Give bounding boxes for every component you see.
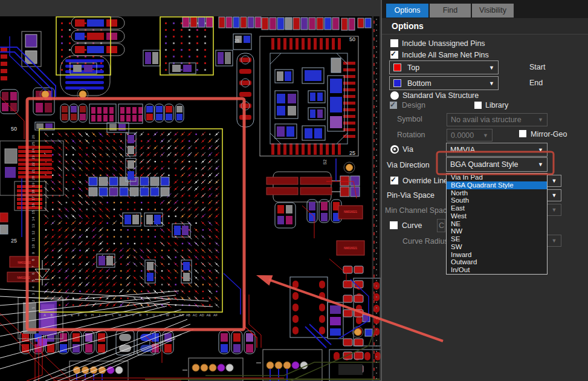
mirror-geo-label: Mirror-Geo: [531, 130, 567, 138]
svg-text:H: H: [91, 313, 94, 317]
via-radio[interactable]: [390, 145, 399, 154]
chevron-down-icon: ▼: [483, 132, 488, 138]
include-unassigned-pins-label: Include Unassigned Pins: [402, 39, 485, 48]
via-direction-dropdown[interactable]: BGA Quadrant Style ▼: [446, 157, 548, 172]
check-icon: ✓: [390, 100, 396, 109]
chevron-down-icon: ▼: [538, 147, 543, 153]
svg-text:Y: Y: [173, 313, 176, 317]
svg-text:26: 26: [31, 135, 35, 139]
svg-text:AF: AF: [213, 313, 218, 317]
via-dropdown[interactable]: MMVIA ▼: [446, 143, 548, 157]
check-icon: ✓: [390, 175, 396, 184]
pin-via-space-dropdown-arrow[interactable]: ▼: [547, 189, 561, 201]
start-layer-dropdown[interactable]: Top ▼: [389, 60, 499, 74]
svg-text:NM016021: NM016021: [344, 247, 358, 250]
svg-text:D: D: [64, 313, 66, 317]
chevron-down-icon: ▼: [538, 161, 543, 168]
rotation-label: Rotation: [397, 131, 425, 139]
min-channel-space-dropdown-arrow[interactable]: ▼: [547, 204, 561, 216]
end-label: End: [529, 79, 543, 87]
svg-text:AB: AB: [186, 313, 191, 317]
chevron-down-icon: ▼: [538, 117, 543, 123]
design-label: Design: [402, 101, 425, 109]
dropdown-item[interactable]: South: [447, 197, 547, 204]
svg-text:V: V: [160, 313, 162, 317]
svg-text:K: K: [105, 313, 108, 317]
dropdown-item[interactable]: Via In Pad: [447, 174, 547, 181]
chevron-down-icon: ▼: [552, 192, 557, 198]
tab-options[interactable]: Options: [386, 4, 428, 18]
via-direction-dropdown-list: Via In PadBGA Quadrant StyleNorthSouthEa…: [446, 173, 548, 275]
chevron-down-icon: ▼: [552, 207, 557, 213]
standard-via-structure-radio[interactable]: [390, 91, 399, 100]
curve-radius-label: Curve Radius: [402, 237, 448, 246]
svg-text:50: 50: [349, 36, 355, 42]
dropdown-item[interactable]: NW: [447, 227, 547, 235]
chevron-down-icon: ▼: [552, 238, 557, 244]
dropdown-item[interactable]: NE: [447, 220, 547, 228]
svg-text:12: 12: [31, 230, 35, 235]
svg-text:14: 14: [31, 217, 35, 221]
dropdown-item[interactable]: North: [447, 189, 547, 197]
svg-text:25: 25: [31, 142, 35, 146]
panel-header: Options: [382, 18, 588, 34]
dropdown-item[interactable]: Inward: [447, 251, 547, 259]
mirror-geo-checkbox[interactable]: [519, 130, 526, 137]
start-layer-color-swatch: [393, 63, 401, 71]
svg-text:25: 25: [349, 150, 355, 156]
dropdown-item[interactable]: In/Out: [447, 266, 547, 274]
svg-text:L: L: [112, 313, 114, 317]
library-label: Library: [485, 101, 508, 109]
symbol-label: Symbol: [397, 115, 422, 123]
svg-text:22: 22: [31, 162, 35, 166]
curve-label: Curve: [402, 221, 422, 230]
curve-fragment-text: C: [439, 221, 444, 230]
svg-text:C: C: [57, 313, 60, 317]
end-layer-dropdown[interactable]: Bottom ▼: [389, 76, 499, 90]
dropdown-item[interactable]: SE: [447, 235, 547, 243]
dropdown-item[interactable]: SW: [447, 243, 547, 251]
svg-text:50: 50: [11, 126, 17, 132]
options-panel: Options Find Visibility Options Include …: [381, 0, 588, 381]
chevron-down-icon: ▼: [489, 65, 494, 71]
svg-text:NM016021: NM016021: [344, 210, 358, 213]
svg-text:NM011602: NM011602: [18, 261, 31, 264]
end-layer-color-swatch: [393, 79, 401, 87]
pcb-canvas[interactable]: 5025502525S2NM011602NM011602NM016021NM01…: [0, 0, 381, 381]
svg-text:19: 19: [31, 183, 35, 187]
svg-text:A: A: [44, 313, 46, 317]
library-checkbox[interactable]: [474, 102, 482, 109]
svg-text:16: 16: [31, 203, 35, 207]
override-line-width-checkbox[interactable]: ✓: [390, 177, 398, 184]
curve-dropdown-fragment[interactable]: C: [437, 219, 445, 232]
curve-radius-dropdown-arrow[interactable]: ▼: [547, 235, 561, 247]
curve-checkbox[interactable]: [390, 221, 398, 229]
symbol-dropdown[interactable]: No avail via structure ▼: [447, 113, 548, 126]
dropdown-item[interactable]: West: [447, 212, 547, 220]
override-line-width-dropdown-arrow[interactable]: ▼: [547, 175, 561, 187]
svg-text:AA: AA: [179, 313, 184, 317]
rotation-value: 0.0000: [451, 131, 474, 140]
svg-text:25: 25: [11, 238, 17, 244]
svg-text:P: P: [132, 313, 135, 317]
via-direction-value: BGA Quadrant Style: [450, 160, 519, 169]
svg-text:U: U: [153, 313, 155, 317]
dropdown-item[interactable]: Outward: [447, 258, 547, 266]
svg-text:17: 17: [31, 196, 35, 200]
include-all-same-net-pins-checkbox[interactable]: ✓: [390, 51, 398, 59]
svg-text:M: M: [118, 313, 121, 317]
dropdown-item[interactable]: BGA Quadrant Style: [447, 181, 547, 189]
tab-visibility[interactable]: Visibility: [472, 4, 514, 18]
svg-text:10: 10: [31, 244, 35, 248]
include-unassigned-pins-checkbox[interactable]: [390, 39, 398, 47]
design-checkbox[interactable]: ✓: [390, 102, 397, 109]
rotation-dropdown[interactable]: 0.0000 ▼: [447, 129, 493, 142]
min-channel-space-label: Min Channel Spac: [385, 206, 446, 215]
dropdown-item[interactable]: East: [447, 204, 547, 212]
tab-find[interactable]: Find: [430, 4, 471, 18]
svg-text:NM011602: NM011602: [17, 276, 30, 279]
end-layer-value: Bottom: [407, 79, 431, 88]
svg-text:N: N: [126, 313, 128, 317]
svg-text:21: 21: [31, 169, 35, 173]
svg-text:25: 25: [234, 39, 239, 43]
